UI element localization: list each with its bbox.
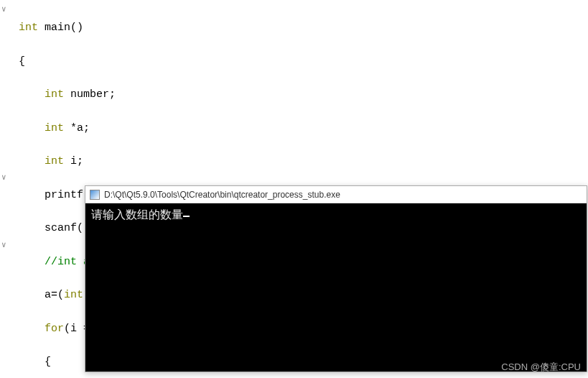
console-window[interactable]: D:\Qt\Qt5.9.0\Tools\QtCreator\bin\qtcrea… bbox=[85, 185, 587, 372]
code-line: int number; bbox=[4, 86, 588, 103]
code-line: { bbox=[4, 53, 588, 70]
code-line: int *a; bbox=[4, 120, 588, 137]
code-line: int main() bbox=[4, 19, 588, 36]
console-titlebar[interactable]: D:\Qt\Qt5.9.0\Tools\QtCreator\bin\qtcrea… bbox=[85, 186, 587, 203]
fold-marker-icon[interactable]: ∨ bbox=[1, 4, 6, 14]
app-icon bbox=[90, 190, 100, 200]
fold-marker-icon[interactable]: ∨ bbox=[1, 240, 6, 249]
cursor-icon bbox=[183, 216, 190, 217]
code-line: int i; bbox=[4, 153, 588, 170]
console-title: D:\Qt\Qt5.9.0\Tools\QtCreator\bin\qtcrea… bbox=[104, 190, 340, 200]
fold-marker-icon[interactable]: ∨ bbox=[1, 172, 6, 182]
console-output[interactable]: 请输入数组的数量 bbox=[85, 203, 587, 372]
fold-gutter: ∨ ∨ ∨ bbox=[0, 0, 10, 378]
